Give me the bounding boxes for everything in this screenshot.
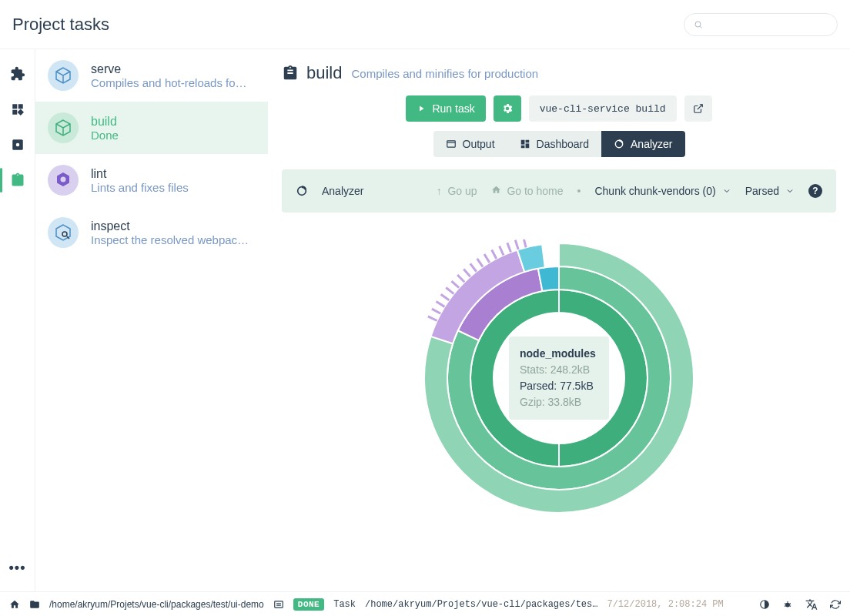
nav-rail: ••• (0, 49, 35, 591)
task-name: inspect (91, 219, 256, 233)
svg-line-44 (785, 605, 786, 606)
arrow-up-icon: ↑ (437, 185, 442, 197)
chevron-down-icon (785, 186, 795, 196)
refresh-icon[interactable] (830, 599, 841, 610)
svg-line-32 (500, 246, 504, 256)
task-item-serve[interactable]: serve Compiles and hot-reloads fo… (35, 49, 268, 102)
svg-rect-2 (12, 104, 17, 109)
cube-icon (48, 112, 79, 143)
contrast-icon[interactable] (759, 599, 770, 610)
svg-line-11 (697, 105, 701, 109)
task-label: Task (333, 599, 356, 610)
widgets-icon (11, 102, 25, 116)
folder-icon[interactable] (29, 599, 40, 610)
svg-line-20 (428, 316, 437, 321)
play-icon (417, 104, 426, 113)
tabs: Output Dashboard Analyzer (282, 131, 836, 157)
svg-line-34 (515, 240, 518, 249)
svg-rect-12 (447, 141, 455, 147)
task-item-build[interactable]: build Done (35, 102, 268, 154)
nav-config[interactable] (8, 136, 27, 154)
svg-line-31 (492, 250, 497, 259)
nav-widgets[interactable] (8, 100, 27, 119)
svg-line-27 (463, 269, 470, 276)
task-item-inspect[interactable]: inspect Inspect the resolved webpac… (35, 206, 268, 259)
svg-line-24 (446, 287, 453, 293)
svg-rect-4 (12, 110, 17, 115)
log-icon[interactable] (273, 599, 284, 610)
tooltip-parsed: Parsed: 77.5kB (520, 378, 598, 394)
svg-line-35 (524, 239, 526, 247)
cwd-path: /home/akryum/Projets/vue-cli/packages/te… (49, 599, 264, 610)
nav-more[interactable]: ••• (9, 560, 26, 576)
sunburst-chart[interactable]: node_modules Stats: 248.2kB Parsed: 77.5… (282, 213, 836, 544)
svg-line-23 (441, 294, 450, 300)
svg-line-42 (785, 603, 786, 604)
svg-line-21 (432, 309, 440, 313)
task-name: build (91, 115, 256, 129)
open-external-button[interactable] (684, 95, 712, 122)
svg-point-0 (695, 22, 701, 27)
svg-point-9 (62, 232, 67, 236)
task-desc: Compiles and hot-reloads fo… (91, 76, 256, 89)
command-display[interactable]: vue-cli-service build (529, 95, 677, 122)
svg-rect-17 (520, 146, 524, 149)
svg-line-43 (789, 603, 791, 604)
clipboard-icon (10, 172, 25, 188)
analyzer-toolbar: Analyzer ↑ Go up Go to home • Chunk chun… (282, 169, 836, 213)
svg-point-7 (15, 143, 19, 147)
status-badge: DONE (293, 598, 324, 611)
external-link-icon (693, 103, 704, 114)
statusbar: /home/akryum/Projets/vue-cli/packages/te… (0, 591, 850, 616)
svg-line-25 (451, 281, 459, 288)
svg-line-26 (457, 275, 464, 282)
tab-dashboard[interactable]: Dashboard (507, 131, 602, 157)
search-input[interactable] (684, 13, 838, 36)
task-path: /home/akryum/Projets/vue-cli/packages/te… (365, 599, 597, 610)
svg-rect-36 (275, 601, 283, 607)
search-icon (694, 20, 703, 29)
svg-line-33 (507, 243, 511, 252)
svg-line-30 (484, 254, 490, 263)
bug-icon[interactable] (782, 599, 793, 610)
svg-line-28 (470, 263, 477, 271)
detail-subtitle: Compiles and minifies for production (351, 67, 538, 80)
svg-rect-5 (17, 109, 23, 116)
translate-icon[interactable] (805, 598, 818, 611)
dashboard-icon (520, 139, 530, 149)
svg-line-1 (700, 26, 701, 28)
task-list: serve Compiles and hot-reloads fo… build… (35, 49, 268, 591)
go-up-button[interactable]: ↑ Go up (437, 185, 477, 197)
nav-tasks[interactable] (8, 171, 27, 189)
svg-point-40 (785, 602, 790, 607)
task-desc: Done (91, 129, 256, 142)
task-name: serve (91, 62, 256, 76)
gear-icon (501, 102, 514, 115)
settings-button[interactable] (494, 95, 521, 122)
nav-plugins[interactable] (8, 65, 27, 83)
home-icon[interactable] (9, 599, 20, 610)
task-desc: Lints and fixes files (91, 181, 256, 194)
content: build Compiles and minifies for producti… (268, 49, 850, 591)
svg-line-22 (436, 302, 444, 307)
help-button[interactable]: ? (808, 184, 822, 198)
go-home-button[interactable]: Go to home (491, 185, 564, 197)
mode-selector[interactable]: Parsed (745, 185, 795, 197)
svg-rect-3 (18, 104, 22, 109)
run-task-button[interactable]: Run task (406, 95, 485, 122)
task-item-lint[interactable]: lint Lints and fixes files (35, 154, 268, 206)
cube-icon (48, 60, 79, 91)
config-icon (11, 138, 25, 152)
tab-output[interactable]: Output (433, 131, 507, 157)
tooltip-name: node_modules (520, 346, 598, 362)
chevron-down-icon (722, 186, 731, 196)
hexagon-icon (48, 165, 79, 196)
chunk-selector[interactable]: Chunk chunk-vendors (0) (594, 185, 731, 197)
analyzer-title: Analyzer (322, 185, 363, 197)
tab-analyzer[interactable]: Analyzer (601, 131, 684, 157)
header: Project tasks (0, 0, 850, 49)
page-title: Project tasks (12, 15, 684, 35)
task-name: lint (91, 167, 256, 181)
svg-line-45 (789, 605, 791, 606)
svg-rect-14 (520, 140, 524, 145)
